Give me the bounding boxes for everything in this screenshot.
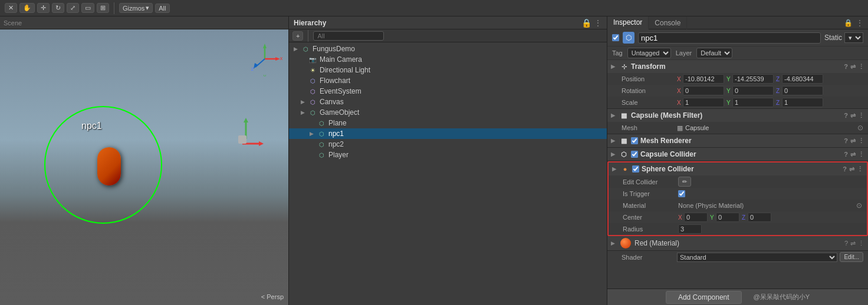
all-btn[interactable]: All xyxy=(155,4,169,13)
capscollider-icon: ⬡ xyxy=(619,150,629,159)
sc-material-values: None (Physic Material) ⊙ xyxy=(678,201,862,210)
hier-item-main-camera[interactable]: 📷 Main Camera xyxy=(289,54,607,65)
sphere-collider-header[interactable]: ▶ ● Sphere Collider ? ⇌ ⋮ xyxy=(609,163,867,175)
rotation-label: Rotation xyxy=(622,87,675,94)
hier-item-fungus-demo[interactable]: ▶ ⬡ FungusDemo xyxy=(289,44,607,54)
hier-item-dir-light[interactable]: ☀ Directional Light xyxy=(289,65,607,75)
transform-more-icon[interactable]: ⋮ xyxy=(858,63,864,71)
pos-z-input[interactable] xyxy=(782,74,823,84)
spherecollider-checkbox[interactable] xyxy=(632,165,639,173)
sc-radius-input[interactable] xyxy=(678,224,702,234)
scale-y-input[interactable] xyxy=(732,98,774,107)
hierarchy-search[interactable] xyxy=(313,31,384,41)
tab-inspector[interactable]: Inspector xyxy=(607,16,649,29)
spherecollider-help-icon[interactable]: ? xyxy=(843,165,847,173)
rot-z-input[interactable] xyxy=(782,86,823,95)
gameobject-icon: ⬡ xyxy=(308,108,317,117)
rot-x-input[interactable] xyxy=(683,86,724,95)
meshrenderer-expand: ▶ xyxy=(611,138,617,144)
sc-center-z-input[interactable] xyxy=(748,213,771,222)
is-trigger-checkbox[interactable] xyxy=(678,190,685,197)
hier-item-flowchart[interactable]: ⬡ Flowchart xyxy=(289,75,607,86)
capscollider-more-icon[interactable]: ⋮ xyxy=(858,151,864,158)
hier-item-npc1[interactable]: ▶ ⬡ npc1 xyxy=(289,128,607,139)
hier-item-npc2[interactable]: ⬡ npc2 xyxy=(289,139,607,150)
more-icon[interactable]: ⋮ xyxy=(856,19,863,27)
meshrenderer-settings-icon[interactable]: ⇌ xyxy=(850,137,856,145)
capscollider-help-icon[interactable]: ? xyxy=(844,151,848,158)
npc1-icon: ⬡ xyxy=(317,130,326,138)
sc-center-x-field: X xyxy=(678,213,708,222)
add-component-btn[interactable]: Add Component xyxy=(666,291,742,304)
sc-material-pick-icon[interactable]: ⊙ xyxy=(856,201,862,210)
spherecollider-settings-icon[interactable]: ⇌ xyxy=(849,165,854,173)
hier-item-gameobject[interactable]: ▶ ⬡ GameObject xyxy=(289,107,607,118)
tool-rect-btn[interactable]: ▭ xyxy=(81,3,94,13)
is-trigger-values xyxy=(678,190,862,197)
hier-item-player[interactable]: ⬡ Player xyxy=(289,150,607,160)
tool-rotate-btn[interactable]: ↻ xyxy=(52,3,64,13)
material-help-icon[interactable]: ? xyxy=(844,240,848,247)
material-actions: ? ⇌ ⋮ xyxy=(844,240,864,247)
scale-z-input[interactable] xyxy=(782,98,823,107)
tab-console[interactable]: Console xyxy=(649,16,687,29)
rot-y-input[interactable] xyxy=(732,86,774,95)
meshfilter-settings-icon[interactable]: ⇌ xyxy=(850,112,856,120)
scene-toolbar-spacer: Scene xyxy=(4,19,22,26)
rotation-values: X Y Z xyxy=(677,86,863,95)
edit-collider-icon: ✏ xyxy=(682,178,687,185)
transform-settings-icon[interactable]: ⇌ xyxy=(850,63,856,71)
capscollider-checkbox[interactable] xyxy=(631,151,638,158)
hierarchy-panel: Hierarchy 🔒 ⋮ + ▶ ⬡ FungusDemo 📷 Main Ca… xyxy=(289,16,607,305)
shader-select[interactable]: Standard xyxy=(677,253,837,262)
hier-item-canvas[interactable]: ▶ ⬡ Canvas xyxy=(289,97,607,107)
obj-active-checkbox[interactable] xyxy=(612,34,619,41)
capscollider-settings-icon[interactable]: ⇌ xyxy=(850,151,856,158)
lock-icon[interactable]: 🔒 xyxy=(844,19,853,27)
capsule-collider-header[interactable]: ▶ ⬡ Capsule Collider ? ⇌ ⋮ xyxy=(607,148,868,161)
tag-select[interactable]: Untagged xyxy=(627,48,671,58)
toolbar-tools: ✕ ✋ ✛ ↻ ⤢ ▭ ⊞ Gizmos ▾ All xyxy=(0,2,175,14)
spherecollider-more-icon[interactable]: ⋮ xyxy=(857,165,863,173)
hier-item-plane[interactable]: ⬡ Plane xyxy=(289,118,607,128)
mesh-filter-header[interactable]: ▶ ▦ Capsule (Mesh Filter) ? ⇌ ⋮ xyxy=(607,109,868,122)
mesh-pick-icon[interactable]: ⊙ xyxy=(857,124,863,132)
static-dropdown[interactable]: ▾ xyxy=(844,32,863,43)
pos-y-input[interactable] xyxy=(732,74,774,84)
transform-help-icon[interactable]: ? xyxy=(844,63,848,71)
meshrenderer-help-icon[interactable]: ? xyxy=(844,137,848,145)
material-more-icon[interactable]: ⋮ xyxy=(858,240,864,247)
tool-hand-btn[interactable]: ✋ xyxy=(19,3,35,13)
static-text: Static xyxy=(824,34,842,42)
transform-header[interactable]: ▶ ⊹ Transform ? ⇌ ⋮ xyxy=(607,60,868,73)
material-settings-icon[interactable]: ⇌ xyxy=(850,240,856,247)
edit-collider-btn[interactable]: ✏ xyxy=(678,177,691,187)
meshfilter-help-icon[interactable]: ? xyxy=(844,112,848,120)
sc-center-y-input[interactable] xyxy=(716,213,739,222)
sc-center-x-input[interactable] xyxy=(684,213,708,222)
hier-item-eventsystem[interactable]: ⬡ EventSystem xyxy=(289,86,607,97)
hierarchy-add-btn[interactable]: + xyxy=(292,31,303,41)
obj-name-input[interactable] xyxy=(638,32,821,44)
meshrenderer-checkbox[interactable] xyxy=(631,137,638,144)
hierarchy-menu-icon[interactable]: ⋮ xyxy=(594,18,602,28)
shader-edit-btn[interactable]: Edit... xyxy=(840,252,863,262)
flow-icon: ⬡ xyxy=(308,77,317,85)
meshfilter-more-icon[interactable]: ⋮ xyxy=(858,112,864,120)
mesh-renderer-header[interactable]: ▶ ▦ Mesh Renderer ? ⇌ ⋮ xyxy=(607,134,868,147)
tool-x-btn[interactable]: ✕ xyxy=(5,3,17,13)
meshrenderer-more-icon[interactable]: ⋮ xyxy=(858,137,864,145)
pos-x-input[interactable] xyxy=(683,74,724,84)
layer-select[interactable]: Default xyxy=(696,48,732,58)
tool-scale-btn[interactable]: ⤢ xyxy=(67,3,79,13)
add-component-label: Add Component xyxy=(678,293,729,301)
hierarchy-lock-icon[interactable]: 🔒 xyxy=(581,18,591,28)
hier-label-gameobject: GameObject xyxy=(320,108,359,117)
tool-move-btn[interactable]: ✛ xyxy=(37,3,50,13)
tool-transform-btn[interactable]: ⊞ xyxy=(97,3,109,13)
gizmos-btn[interactable]: Gizmos ▾ xyxy=(119,3,153,13)
obj-icon-large: ⬡ xyxy=(623,32,634,44)
obj-icon-symbol: ⬡ xyxy=(626,34,632,42)
scene-canvas[interactable]: y x z xyxy=(0,29,288,305)
scale-x-input[interactable] xyxy=(683,98,724,107)
